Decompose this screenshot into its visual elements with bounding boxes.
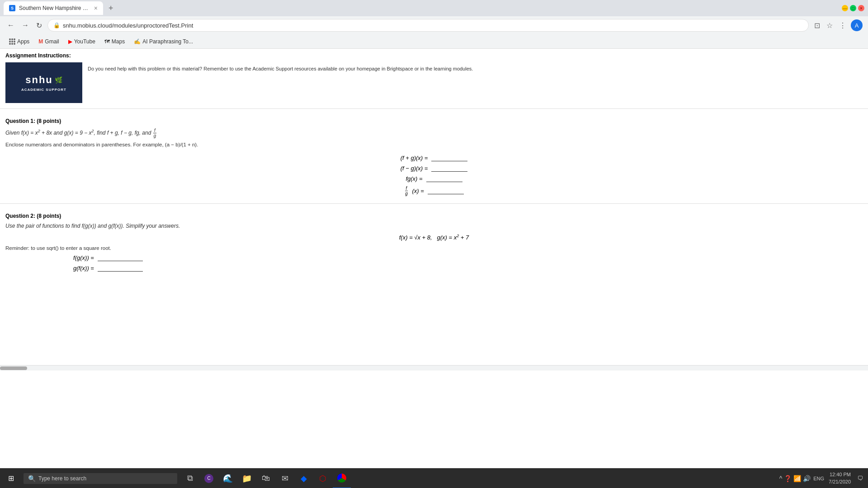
question-1-note: Enclose numerators and denominators in p… xyxy=(5,142,863,147)
toolbar-right: ⊡ ☆ ⋮ A xyxy=(812,19,863,32)
youtube-icon: ▶ xyxy=(68,38,72,45)
tab-title: Southern New Hampshire Unive... xyxy=(19,5,90,11)
q1-input-2[interactable] xyxy=(431,165,467,172)
scroll-thumb[interactable] xyxy=(0,366,27,370)
q1-input-1[interactable] xyxy=(431,155,467,161)
snhu-academic-support-label: ACADEMIC SUPPORT xyxy=(21,88,66,92)
bookmarks-bar: Apps M Gmail ▶ YouTube 🗺 Maps ✍ AI Parap… xyxy=(0,34,868,49)
address-bar: ← → ↻ 🔒 snhu.mobius.cloud/modules/unproc… xyxy=(0,16,868,34)
profile-avatar[interactable]: A xyxy=(851,19,863,31)
bookmark-maps[interactable]: 🗺 Maps xyxy=(101,38,128,46)
question-2-block: Question 2: (8 points) Use the pair of f… xyxy=(0,207,868,275)
gmail-icon: M xyxy=(38,38,43,45)
maps-label: Maps xyxy=(112,38,125,45)
ai-icon: ✍ xyxy=(134,38,141,45)
section-divider-2 xyxy=(0,203,868,204)
q2-input-1[interactable] xyxy=(98,255,143,261)
q2-answer-1: f(g(x)) = xyxy=(73,254,863,261)
question-1-answers: (f + g)(x) = (f − g)(x) = fg(x) = fg (x)… xyxy=(5,155,863,196)
apps-grid-icon xyxy=(9,38,15,45)
url-bar[interactable]: 🔒 snhu.mobius.cloud/modules/unproctoredT… xyxy=(47,19,809,32)
snhu-logo-text: snhu xyxy=(25,74,53,86)
window-controls: — □ × xyxy=(842,5,864,11)
ai-label: AI Paraphrasing To... xyxy=(142,38,193,45)
question-1-text: Given f(x) = x2 + 8x and g(x) = 9 − x2, … xyxy=(5,128,863,138)
bookmark-apps[interactable]: Apps xyxy=(5,38,33,46)
section-divider xyxy=(0,108,868,109)
bookmark-icon[interactable]: ☆ xyxy=(825,19,835,32)
question-2-title: Question 2: (8 points) xyxy=(5,213,863,219)
apps-label: Apps xyxy=(17,38,29,45)
cast-icon[interactable]: ⊡ xyxy=(812,19,822,32)
reload-button[interactable]: ↻ xyxy=(34,19,44,32)
question-2-text: Use the pair of functions to find f(g(x)… xyxy=(5,223,863,229)
q1-input-4[interactable] xyxy=(428,188,464,194)
lock-icon: 🔒 xyxy=(53,22,60,28)
tab-favicon: S xyxy=(9,5,15,11)
question-2-reminder: Reminder: to use sqrt() to enter a squar… xyxy=(5,245,863,251)
snhu-leaf-icon: 🌿 xyxy=(55,76,62,84)
tab-close-button[interactable]: × xyxy=(94,5,98,12)
maximize-button[interactable]: □ xyxy=(850,5,856,11)
question-2-answers: f(g(x)) = g(f(x)) = xyxy=(73,254,863,272)
support-banner: snhu 🌿 ACADEMIC SUPPORT Do you need help… xyxy=(5,62,863,103)
q1-answer-4: fg (x) = xyxy=(404,186,464,196)
question-2-functions: f(x) = √x + 8, g(x) = x2 + 7 xyxy=(5,234,863,241)
minimize-button[interactable]: — xyxy=(842,5,848,11)
title-bar: S Southern New Hampshire Unive... × + — … xyxy=(0,0,868,16)
scrollbar[interactable] xyxy=(0,365,868,371)
question-1-title: Question 1: (8 points) xyxy=(5,118,863,124)
bookmark-ai[interactable]: ✍ AI Paraphrasing To... xyxy=(130,38,197,46)
gmail-label: Gmail xyxy=(45,38,59,45)
url-text: snhu.mobius.cloud/modules/unproctoredTes… xyxy=(63,22,803,29)
question-1-block: Question 1: (8 points) Given f(x) = x2 +… xyxy=(0,113,868,200)
support-text-content: Do you need help with this problem or th… xyxy=(88,66,473,71)
support-text: Do you need help with this problem or th… xyxy=(82,62,478,75)
q1-input-3[interactable] xyxy=(426,176,462,182)
back-button[interactable]: ← xyxy=(5,19,16,31)
bookmark-youtube[interactable]: ▶ YouTube xyxy=(65,38,99,46)
close-button[interactable]: × xyxy=(858,5,864,11)
bookmark-gmail[interactable]: M Gmail xyxy=(35,38,62,46)
q1-answer-2: (f − g)(x) = xyxy=(401,165,468,172)
page-content: Assignment Instructions: snhu 🌿 ACADEMIC… xyxy=(0,49,868,365)
browser-tab[interactable]: S Southern New Hampshire Unive... × xyxy=(4,1,103,15)
q1-answer-3: fg(x) = xyxy=(406,175,462,182)
q2-input-2[interactable] xyxy=(98,265,143,272)
youtube-label: YouTube xyxy=(74,38,95,45)
q2-answer-2: g(f(x)) = xyxy=(73,265,863,272)
forward-button[interactable]: → xyxy=(20,19,31,31)
new-tab-button[interactable]: + xyxy=(106,4,116,13)
menu-icon[interactable]: ⋮ xyxy=(837,19,848,32)
q1-answer-1: (f + g)(x) = xyxy=(401,155,468,161)
assignment-instructions-label: Assignment Instructions: xyxy=(0,49,868,61)
snhu-logo: snhu 🌿 ACADEMIC SUPPORT xyxy=(5,62,82,103)
maps-icon: 🗺 xyxy=(104,38,110,45)
